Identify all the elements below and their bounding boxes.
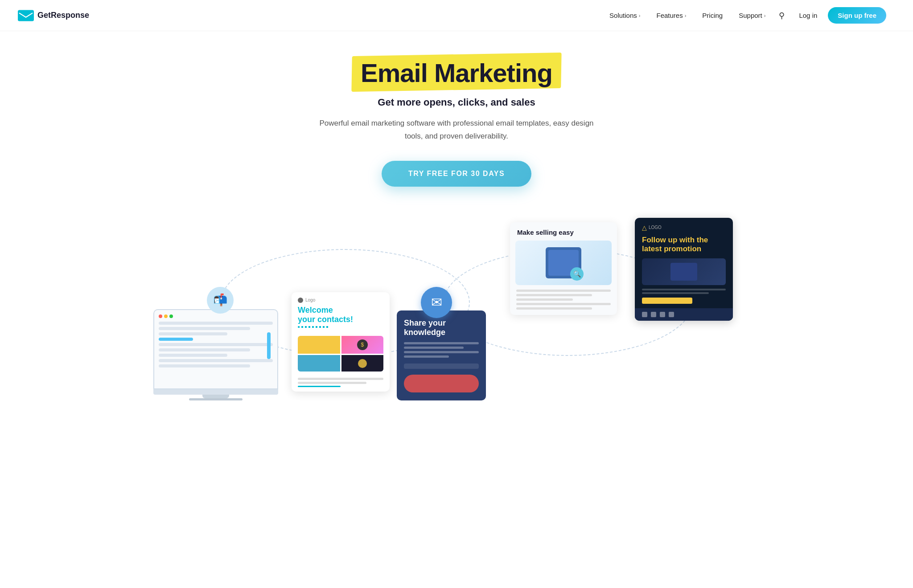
content-line — [404, 355, 449, 358]
card-follow-lines — [642, 289, 726, 304]
card-sell-icon: 🔍 — [570, 267, 584, 281]
laptop-content — [159, 322, 273, 368]
login-link[interactable]: Log in — [792, 8, 824, 23]
wavy-underline — [298, 326, 329, 328]
laptop-foot — [189, 398, 243, 400]
card-share-lines — [404, 342, 479, 392]
color-block-circle — [358, 359, 367, 368]
card-follow-title: Follow up with the latest promotion — [642, 236, 726, 254]
content-line — [404, 342, 479, 344]
content-line — [516, 298, 573, 301]
card-follow-body: Follow up with the latest promotion — [635, 236, 733, 308]
laptop-stand — [202, 395, 229, 398]
laptop-base — [153, 389, 278, 395]
card-follow-header: △ LOGO — [635, 218, 733, 236]
color-block-2: $ — [341, 336, 384, 354]
highlight-bar — [642, 298, 692, 304]
card-welcome-lines — [292, 374, 390, 392]
chevron-icon: › — [685, 13, 687, 18]
dot-red — [159, 314, 162, 318]
logo[interactable]: GetResponse — [18, 10, 89, 21]
card-logo-row: Logo — [298, 298, 383, 303]
card-logo-dot — [298, 298, 303, 303]
card-welcome-header: Logo Welcomeyour contacts! — [292, 292, 390, 333]
card-follow-logo-icon: △ — [642, 224, 647, 231]
search-button[interactable]: ⚲ — [775, 7, 788, 24]
email-cards: Logo Welcomeyour contacts! $ — [292, 301, 486, 400]
content-line — [516, 303, 611, 305]
laptop-bar — [267, 332, 271, 359]
color-block-4 — [341, 355, 384, 372]
card-make-selling: Make selling easy 🔍 — [510, 222, 617, 315]
search-icon: ⚲ — [779, 11, 785, 20]
card-share: Share your knowledge — [397, 310, 486, 400]
laptop-traffic-lights — [159, 314, 273, 318]
content-line — [642, 289, 726, 290]
nav-pricing[interactable]: Pricing — [696, 8, 729, 23]
card-welcome-title: Welcomeyour contacts! — [298, 306, 383, 325]
social-icon — [660, 312, 665, 317]
laptop-line — [159, 338, 193, 341]
hero-section: Email Marketing Get more opens, clicks, … — [0, 31, 913, 196]
content-line — [404, 351, 479, 353]
color-block-3 — [298, 355, 340, 372]
dot-green — [169, 314, 173, 318]
social-icon — [651, 312, 656, 317]
content-line — [298, 382, 366, 384]
laptop-line — [159, 354, 227, 357]
cta-bar — [404, 375, 479, 392]
laptop-line — [159, 364, 250, 368]
follow-img-inner — [670, 263, 697, 281]
card-follow-footer — [635, 308, 733, 321]
illustration-area: 📬 Logo Welcomeyour contacts! $ — [0, 213, 913, 400]
laptop-line — [159, 348, 250, 351]
color-block: $ — [298, 336, 383, 372]
card-follow-up: △ LOGO Follow up with the latest promoti… — [635, 218, 733, 321]
nav-solutions[interactable]: Solutions › — [603, 8, 646, 23]
nav-support[interactable]: Support › — [732, 8, 772, 23]
color-block-1 — [298, 336, 340, 354]
content-line — [516, 294, 592, 296]
card-share-title: Share your knowledge — [404, 318, 479, 338]
card-follow-image — [642, 258, 726, 285]
hero-description: Powerful email marketing software with p… — [314, 117, 599, 143]
card-sell-lines — [510, 290, 617, 315]
laptop-illustration — [153, 309, 278, 400]
content-line — [298, 378, 383, 380]
nav-features[interactable]: Features › — [650, 8, 692, 23]
social-icon — [642, 312, 647, 317]
hero-subtitle: Get more opens, clicks, and sales — [9, 97, 904, 108]
color-block-icon: $ — [357, 339, 368, 350]
nav-links: Solutions › Features › Pricing Support ›… — [603, 7, 886, 24]
content-line — [298, 386, 341, 387]
content-line — [404, 363, 479, 369]
navigation: GetResponse Solutions › Features › Prici… — [0, 0, 913, 31]
signup-button[interactable]: Sign up free — [828, 7, 886, 24]
svg-rect-0 — [18, 10, 34, 21]
content-line — [516, 290, 611, 292]
envelope-icon: ✉ — [421, 287, 452, 318]
laptop-line — [159, 322, 273, 325]
laptop-line — [159, 327, 250, 330]
card-welcome: Logo Welcomeyour contacts! $ — [292, 292, 390, 392]
content-line — [404, 347, 464, 349]
chevron-icon: › — [639, 13, 641, 18]
content-line — [516, 307, 592, 310]
card-sell-header: Make selling easy — [510, 222, 617, 241]
social-icon — [669, 312, 674, 317]
dot-yellow — [164, 314, 168, 318]
logo-text: GetResponse — [37, 11, 89, 20]
laptop-line — [159, 332, 227, 335]
hero-title-wrap: Email Marketing — [361, 58, 552, 88]
laptop-line — [159, 359, 273, 362]
card-follow-logo: △ LOGO — [642, 224, 662, 231]
cta-button[interactable]: TRY FREE FOR 30 DAYS — [382, 161, 531, 187]
chevron-icon: › — [764, 13, 766, 18]
mailbox-icon: 📬 — [207, 287, 234, 314]
content-line — [642, 292, 709, 294]
hero-title: Email Marketing — [361, 58, 552, 88]
card-sell-screen: 🔍 — [546, 247, 581, 278]
card-sell-image: 🔍 — [515, 241, 612, 285]
laptop-line — [159, 343, 273, 346]
